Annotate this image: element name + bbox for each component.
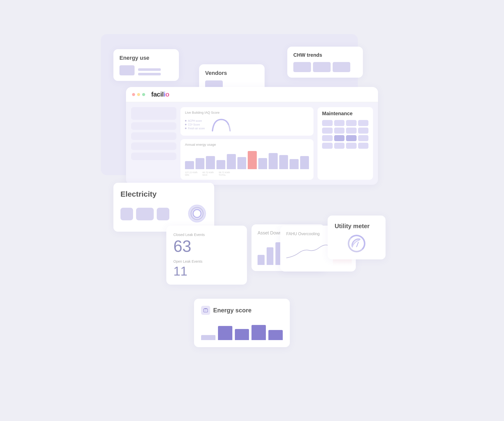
iaq-content: ACPH score CO² Score Fresh air score	[185, 117, 309, 132]
annual-bars	[185, 149, 309, 169]
vendors-title: Vendors	[205, 70, 259, 76]
chw-bars	[293, 62, 357, 72]
window-dot-red	[132, 93, 135, 96]
maint-cell8	[358, 128, 369, 134]
iaq-label2: CO² Score	[188, 123, 200, 126]
elec-box1	[120, 208, 133, 220]
annual-energy-title: Annual energy usage	[185, 143, 309, 146]
electricity-card: Electricity	[113, 183, 214, 232]
annual-bar3	[206, 156, 215, 169]
maint-cell9	[322, 135, 333, 141]
annual-bar12	[300, 156, 309, 169]
sidebar-block2	[131, 122, 176, 130]
elec-box3	[157, 208, 169, 220]
logo-text-o: o	[165, 91, 169, 98]
svg-rect-6	[204, 308, 207, 309]
energy-use-card: Energy use	[113, 49, 179, 81]
chw-bar2	[313, 62, 331, 72]
annual-bar6	[237, 157, 246, 169]
svg-point-2	[193, 209, 201, 218]
annual-stat-min: 127.22 KWh MIN	[185, 171, 198, 176]
maint-cell7	[346, 128, 357, 134]
annual-bar4	[216, 160, 226, 169]
iaq-card: Live Building IAQ Score ACPH score CO² S…	[180, 107, 313, 136]
sidebar-block1	[131, 107, 176, 120]
dashboard-right: Maintenance	[318, 107, 373, 180]
maintenance-title: Maintenance	[322, 111, 368, 116]
iaq-label1: ACPH score	[188, 119, 202, 122]
maint-cell10	[334, 135, 345, 141]
dashboard-header: facilio	[126, 87, 378, 102]
energy-score-icon-svg	[203, 308, 208, 313]
energy-score-header: Energy score	[201, 306, 283, 315]
window-dot-yellow	[137, 93, 140, 96]
electricity-title: Electricity	[120, 190, 207, 198]
energy-score-icon	[201, 306, 210, 315]
iaq-label3: Fresh air score	[188, 127, 205, 130]
utility-meter-title: Utility meter	[335, 223, 379, 230]
sidebar-block4	[131, 142, 176, 150]
maint-cell5	[322, 128, 333, 134]
annual-bar10	[279, 155, 288, 169]
annual-bar8	[258, 158, 267, 169]
electricity-arc	[187, 203, 207, 225]
energy-use-lines	[138, 68, 161, 75]
maint-cell16	[358, 143, 369, 149]
annual-stat-min-label: 127.22 KWh	[185, 171, 198, 174]
score-bar1	[201, 335, 215, 340]
sidebar-block5	[131, 153, 176, 160]
elec-box2	[136, 208, 154, 220]
dashboard-main: Live Building IAQ Score ACPH score CO² S…	[180, 107, 313, 180]
energy-score-title: Energy score	[213, 307, 251, 314]
maint-cell13	[322, 143, 333, 149]
energy-use-block1	[119, 65, 135, 75]
score-bars	[201, 320, 283, 340]
chw-trends-card: CHW trends	[287, 47, 363, 78]
iaq-legend-item2: CO² Score	[185, 123, 205, 126]
maint-cell2	[334, 120, 345, 126]
svg-rect-5	[204, 309, 208, 312]
iaq-arc-svg	[210, 117, 233, 132]
electricity-content	[120, 203, 207, 225]
iaq-dot2	[185, 124, 186, 125]
chw-bar3	[333, 62, 350, 72]
maintenance-grid	[322, 120, 368, 149]
annual-stat-min-text: MIN	[185, 174, 198, 176]
maintenance-card: Maintenance	[318, 107, 373, 180]
dashboard-body: Live Building IAQ Score ACPH score CO² S…	[126, 102, 378, 185]
electricity-arc-svg	[187, 203, 207, 224]
maint-cell4	[358, 120, 369, 126]
maint-cell11	[346, 135, 357, 141]
main-dashboard-card: facilio Live Building IAQ Score	[126, 87, 378, 185]
maint-cell3	[346, 120, 357, 126]
annual-stats: 127.22 KWh MIN 60.72 KWh MAX 58.72 KWh T…	[185, 171, 309, 176]
maint-cell6	[334, 128, 345, 134]
maint-cell14	[334, 143, 345, 149]
energy-use-line2	[138, 73, 161, 75]
iaq-legend: ACPH score CO² Score Fresh air score	[185, 119, 205, 130]
annual-stat-max-label: 60.72 KWh	[203, 171, 214, 174]
annual-energy-card: Annual energy usage	[180, 139, 313, 180]
score-bar3-accent	[235, 329, 249, 340]
dashboard-sidebar	[131, 107, 176, 180]
annual-bar7-highlight	[248, 151, 257, 169]
score-bar5-accent	[268, 330, 283, 340]
open-leak-value: 11	[173, 265, 240, 278]
iaq-dot1	[185, 120, 186, 122]
iaq-legend-item1: ACPH score	[185, 119, 205, 122]
logo-text-facil: facil	[151, 91, 164, 98]
chw-bar1	[293, 62, 311, 72]
annual-stat-total-text: TOTAL	[219, 174, 230, 176]
annual-stat-total-label: 58.72 KWh	[219, 171, 230, 174]
maint-cell1	[322, 120, 333, 126]
closed-leak-subtitle: Closed Leak Events	[173, 233, 240, 237]
closed-leak-value: 63	[173, 238, 240, 254]
annual-bar11	[290, 159, 299, 169]
leak-events-card: Closed Leak Events 63 Open Leak Events 1…	[166, 226, 247, 285]
utility-gauge	[348, 235, 365, 252]
annual-bar9	[269, 153, 278, 169]
energy-score-card: Energy score	[194, 299, 290, 347]
energy-use-title: Energy use	[119, 55, 173, 61]
facilio-logo: facilio	[151, 91, 169, 98]
score-bar4-accent	[251, 325, 266, 340]
